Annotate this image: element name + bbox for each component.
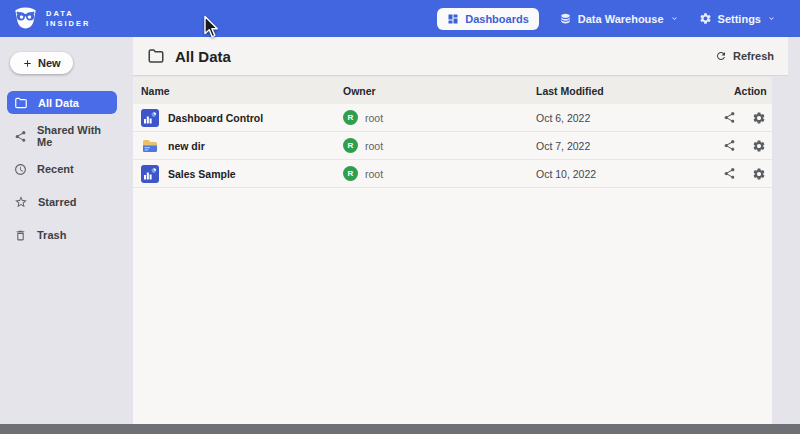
gear-icon[interactable] [752,111,766,125]
database-icon [559,12,572,25]
column-header-action: Action [723,85,772,97]
dashboard-icon [447,13,459,25]
plus-icon [22,58,33,69]
owner-name: root [365,112,383,124]
column-header-name: Name [133,85,335,97]
sidebar-item-label: Starred [38,196,77,208]
page-header: All Data Refresh [133,37,788,76]
app-header: DATA INSIDER Dashboards Data Warehouse S… [0,0,800,37]
main-content: All Data Refresh Name Owner Last Modifie… [133,37,788,424]
app-logo: DATA INSIDER [12,6,90,31]
sidebar-item-label: All Data [38,97,79,109]
owl-logo-icon [12,6,39,31]
last-modified-date: Oct 6, 2022 [528,112,723,124]
sidebar-item-label: Trash [37,229,66,241]
column-header-last-modified: Last Modified [528,85,723,97]
data-table: Name Owner Last Modified Action Dashboar… [133,77,772,424]
owner-avatar: R [343,138,358,153]
sidebar-item-label: Recent [37,163,74,175]
table-header-row: Name Owner Last Modified Action [133,77,772,104]
table-row[interactable]: Dashboard Control R root Oct 6, 2022 [133,104,772,132]
table-row[interactable]: new dir R root Oct 7, 2022 [133,132,772,160]
clock-icon [14,163,27,176]
nav-data-warehouse[interactable]: Data Warehouse [559,12,679,25]
header-nav: Dashboards Data Warehouse Settings [437,8,776,30]
owner-avatar: R [343,110,358,125]
column-header-owner: Owner [335,85,528,97]
logo-line-2: INSIDER [46,19,90,29]
file-name: new dir [168,140,205,152]
sidebar: New All Data Shared With Me Recent Star [0,37,133,424]
nav-dashboards-button[interactable]: Dashboards [437,8,539,30]
owner-name: root [365,168,383,180]
nav-data-warehouse-label: Data Warehouse [578,13,664,25]
owner-name: root [365,140,383,152]
nav-settings-label: Settings [718,13,761,25]
share-icon [14,130,27,143]
file-name: Sales Sample [168,168,236,180]
sidebar-item-recent[interactable]: Recent [0,158,117,180]
star-icon [14,195,28,209]
trash-icon [14,229,27,242]
last-modified-date: Oct 7, 2022 [528,140,723,152]
folder-icon [14,96,28,110]
nav-settings[interactable]: Settings [699,12,776,25]
last-modified-date: Oct 10, 2022 [528,168,723,180]
sidebar-item-starred[interactable]: Starred [0,191,117,213]
refresh-button[interactable]: Refresh [715,50,774,62]
nav-dashboards-label: Dashboards [465,13,529,25]
dashboard-file-icon [141,165,159,183]
share-icon[interactable] [723,167,736,180]
chevron-down-icon [767,14,776,23]
dashboard-file-icon [141,109,159,127]
gear-icon[interactable] [752,167,766,181]
refresh-icon [715,50,727,62]
sidebar-item-shared-with-me[interactable]: Shared With Me [0,125,117,147]
owner-avatar: R [343,166,358,181]
share-icon[interactable] [723,139,736,152]
table-row[interactable]: Sales Sample R root Oct 10, 2022 [133,160,772,188]
sidebar-item-label: Shared With Me [37,124,117,148]
folder-icon [147,47,165,65]
window-bottom-edge [0,424,800,434]
share-icon[interactable] [723,111,736,124]
chevron-down-icon [670,14,679,23]
refresh-label: Refresh [733,50,774,62]
sidebar-item-all-data[interactable]: All Data [7,91,117,114]
gear-icon[interactable] [752,139,766,153]
new-button-label: New [38,57,61,69]
gear-icon [699,12,712,25]
logo-line-1: DATA [46,9,90,19]
page-title: All Data [175,48,231,65]
sidebar-item-trash[interactable]: Trash [0,224,117,246]
directory-file-icon [141,137,159,155]
new-button[interactable]: New [10,52,73,74]
file-name: Dashboard Control [168,112,263,124]
sidebar-menu: All Data Shared With Me Recent Starred T [0,91,133,246]
